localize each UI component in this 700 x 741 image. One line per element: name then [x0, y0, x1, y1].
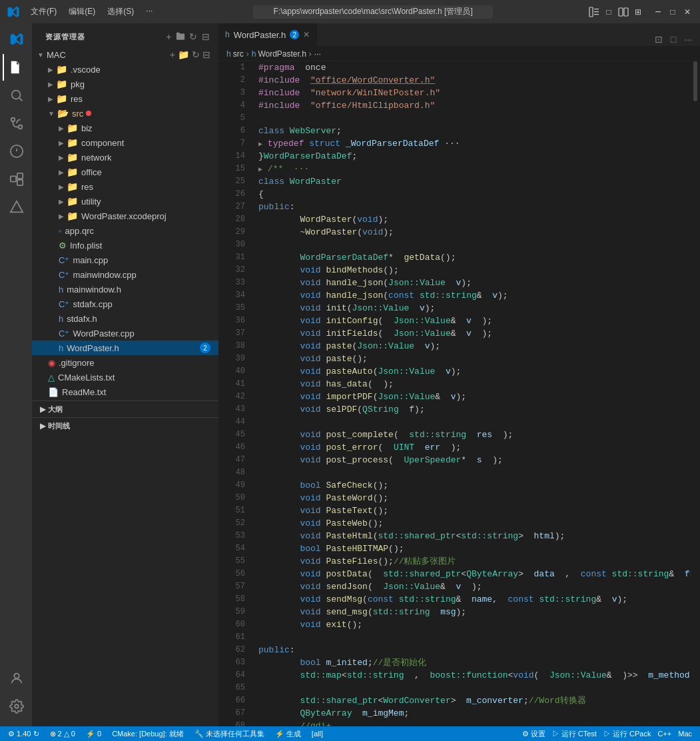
outline-header[interactable]: ▶ 大纲: [32, 401, 218, 417]
tree-item-gitignore[interactable]: ◉ .gitignore: [32, 355, 218, 370]
code-line-62: public:: [258, 644, 691, 656]
refresh-icon[interactable]: ↻: [189, 31, 198, 43]
code-line-3: #include "network/WinINetPoster.h": [258, 87, 691, 99]
tree-item-xcodeproj[interactable]: ▶ 📁 WordPaster.xcodeproj: [32, 209, 218, 223]
stdafx-h-icon: h: [59, 314, 63, 324]
mac-collapse-icon[interactable]: ⊟: [202, 49, 210, 60]
tree-item-info-plist[interactable]: ⚙ Info.plist: [32, 238, 218, 253]
status-errors[interactable]: ⊗ 2 △ 0: [47, 726, 78, 741]
status-settings-label: ⚙ 设置: [522, 729, 545, 739]
activity-explorer[interactable]: [3, 54, 29, 81]
status-version[interactable]: ⚙ 1.40 ↻: [5, 726, 42, 741]
tree-item-wordpaster-h[interactable]: h WordPaster.h 2: [32, 341, 218, 355]
ln-55: 55: [218, 555, 245, 568]
tree-item-main-cpp[interactable]: C⁺ main.cpp: [32, 253, 218, 267]
status-language-label: C++: [657, 730, 671, 738]
fold-icon-15[interactable]: ▶: [258, 166, 262, 173]
status-run-cpack[interactable]: ▷ 运行 CPack: [601, 726, 654, 741]
menu-select[interactable]: 选择(S): [102, 5, 139, 19]
new-folder-icon[interactable]: [176, 31, 185, 43]
tree-item-mainwindow-h[interactable]: h mainwindow.h: [32, 282, 218, 297]
ln-1: 1: [218, 61, 245, 74]
tree-item-app-qrc[interactable]: ◦ app.qrc: [32, 223, 218, 238]
tree-item-wordpaster-cpp[interactable]: C⁺ WordPaster.cpp: [32, 326, 218, 341]
tree-item-res-top[interactable]: ▶ 📁 res: [32, 91, 218, 106]
more-actions-icon[interactable]: ···: [681, 33, 695, 46]
status-cmake[interactable]: CMake: [Debug]: 就绪: [109, 726, 186, 741]
mac-header-icons: + 📁 ↻ ⊟: [170, 49, 210, 60]
menu-edit[interactable]: 编辑(E): [63, 5, 101, 19]
status-warnings[interactable]: ⚡ 0: [83, 726, 104, 741]
status-toolset[interactable]: 🔧 未选择任何工具集: [192, 726, 267, 741]
activity-debug[interactable]: [3, 138, 29, 165]
code-line-37: void initFields( Json::Value& v );: [258, 327, 691, 340]
breadcrumb-more[interactable]: ···: [314, 49, 321, 59]
status-settings[interactable]: ⚙ 设置: [520, 726, 548, 741]
sidebar-toggle[interactable]: [588, 6, 600, 18]
tree-item-utility[interactable]: ▶ 📁 utility: [32, 194, 218, 209]
tab-close-button[interactable]: ✕: [303, 30, 310, 39]
code-editor[interactable]: 1 2 3 4 5 6 7 14 15 25 26 27 28 29 30 31…: [218, 61, 700, 726]
breadcrumb-src[interactable]: h src: [226, 49, 244, 59]
activity-cmake[interactable]: [3, 194, 29, 221]
timeline-chevron: ▶: [40, 422, 45, 430]
tree-item-cmake[interactable]: △ CMakeLists.txt: [32, 370, 218, 384]
activity-bar-bottom: [3, 665, 29, 726]
tree-item-pkg[interactable]: ▶ 📁 pkg: [32, 77, 218, 91]
breadcrumb-file[interactable]: h WordPaster.h: [252, 49, 306, 59]
editor-layout-icon[interactable]: □: [668, 33, 679, 46]
tree-item-vscode[interactable]: ▶ 📁 .vscode: [32, 62, 218, 77]
layout-button[interactable]: □: [603, 6, 615, 18]
editor-scrollbar[interactable]: [691, 61, 700, 726]
menu-file[interactable]: 文件(F): [25, 5, 62, 19]
code-content[interactable]: #pragma once #include "office/WordConver…: [252, 61, 691, 726]
close-button[interactable]: ✕: [681, 6, 693, 18]
status-build[interactable]: ⚡ 生成: [272, 726, 304, 741]
tab-wordpaster-h[interactable]: h WordPaster.h 2 ✕: [218, 23, 317, 46]
timeline-header[interactable]: ▶ 时间线: [32, 418, 218, 434]
activity-settings[interactable]: [3, 693, 29, 720]
tree-item-readme[interactable]: 📄 ReadMe.txt: [32, 384, 218, 399]
mac-refresh-icon[interactable]: ↻: [192, 49, 200, 60]
activity-search[interactable]: [3, 82, 29, 109]
title-bar-input[interactable]: F:\apps\wordpaster\code\mac\src\WordPast…: [253, 5, 493, 19]
code-line-59: void send_msg(std::string msg);: [258, 606, 691, 618]
status-platform[interactable]: Mac: [675, 726, 695, 741]
restore-button[interactable]: □: [667, 6, 679, 18]
code-line-68: //gdi+: [258, 720, 691, 726]
tree-item-mainwindow-cpp[interactable]: C⁺ mainwindow.cpp: [32, 267, 218, 282]
grid-layout[interactable]: ⊞: [632, 6, 644, 18]
tree-item-biz[interactable]: ▶ 📁 biz: [32, 121, 218, 135]
tree-item-stdafx-cpp[interactable]: C⁺ stdafx.cpp: [32, 297, 218, 311]
status-run-ctest[interactable]: ▷ 运行 CTest: [549, 726, 599, 741]
split-right-icon[interactable]: ⊡: [652, 33, 665, 46]
tree-header-mac[interactable]: ▼ MAC + 📁 ↻ ⊟: [32, 47, 218, 62]
mac-new-file-icon[interactable]: +: [170, 49, 175, 60]
code-line-7: ▶ typedef struct _WordParserDataDef ···: [258, 137, 691, 150]
new-file-icon[interactable]: +: [166, 31, 172, 43]
minimize-button[interactable]: −: [652, 6, 664, 18]
breadcrumb: h src › h WordPaster.h › ···: [218, 47, 700, 61]
status-language[interactable]: C++: [655, 726, 674, 741]
code-line-55: void PasteFiles();//粘贴多张图片: [258, 555, 691, 568]
tree-item-office[interactable]: ▶ 📁 office: [32, 165, 218, 179]
fold-icon-7[interactable]: ▶: [258, 141, 262, 148]
activity-extensions[interactable]: [3, 166, 29, 193]
mac-new-folder-icon[interactable]: 📁: [178, 49, 189, 60]
code-line-27: public:: [258, 201, 691, 213]
biz-label: biz: [81, 123, 93, 133]
split-editor[interactable]: [617, 6, 629, 18]
activity-account[interactable]: [3, 665, 29, 692]
main-container: 资源管理器 + ↻ ⊟ ▼ MAC + 📁 ↻: [0, 23, 700, 726]
tree-item-src[interactable]: ▼ 📂 src: [32, 106, 218, 121]
status-target[interactable]: [all]: [309, 726, 326, 741]
vscode-logo: [7, 5, 20, 19]
collapse-icon[interactable]: ⊟: [202, 31, 210, 43]
tree-item-stdafx-h[interactable]: h stdafx.h: [32, 311, 218, 326]
menu-more[interactable]: ···: [141, 5, 158, 19]
tree-item-network[interactable]: ▶ 📁 network: [32, 150, 218, 165]
tree-item-component[interactable]: ▶ 📁 component: [32, 135, 218, 150]
activity-scm[interactable]: [3, 110, 29, 137]
status-errors-label: ⊗ 2 △ 0: [50, 730, 75, 738]
tree-item-res-inner[interactable]: ▶ 📁 res: [32, 179, 218, 194]
